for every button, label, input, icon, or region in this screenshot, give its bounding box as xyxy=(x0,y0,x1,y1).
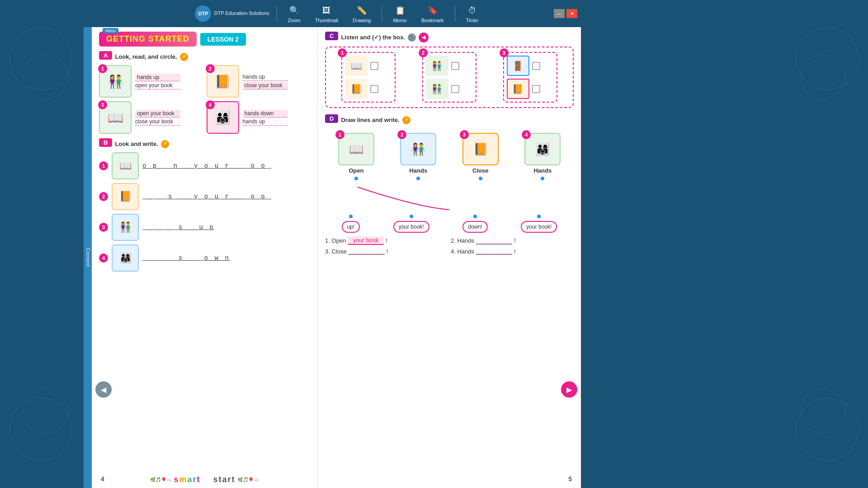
divider-1 xyxy=(277,5,277,22)
ex-a-item-3: 3 📖 open your book close your book xyxy=(99,101,203,134)
d-word-item-4: your book! xyxy=(521,214,557,233)
lesson-badge: LESSON 2 xyxy=(200,33,246,46)
section-a: A Look, read, and circle. 🔑 1 👫 hands up xyxy=(99,51,310,134)
ex-a-line-4-2: hands up xyxy=(243,118,288,126)
drawing-button[interactable]: ✏️ Drawing xyxy=(349,2,374,25)
key-icon-a[interactable]: 🔑 xyxy=(180,53,188,61)
listen-row-1-1: 📖 xyxy=(345,56,392,76)
listen-row-3-2: 📙 xyxy=(507,79,554,99)
ex-a-line-1-2: open your book xyxy=(135,82,180,89)
d-images-row: 1 📖 Open 2 👫 Hands 3 xyxy=(325,133,574,181)
divider-3 xyxy=(455,5,455,22)
nav-prev-button[interactable]: ◀ xyxy=(95,381,112,398)
d-word-pill-1[interactable]: up! xyxy=(342,221,360,233)
listen-group-3: 3 🚪 📙 xyxy=(503,52,557,103)
ex-a-line-2-1: hands up xyxy=(243,74,288,81)
page-header: Menu GETTING STARTED LESSON 2 xyxy=(99,32,310,47)
listen-img-1-2: 📙 xyxy=(345,79,368,99)
memo-button[interactable]: 📋 Memo xyxy=(389,2,410,25)
ex-a-line-1-1: hands up xyxy=(135,74,180,81)
ex-b-item-3: 3 👫 _ _ _ _s u p xyxy=(99,214,310,241)
connecting-lines xyxy=(330,185,569,212)
d-word-dot-2 xyxy=(410,215,413,218)
checkbox-1-2[interactable] xyxy=(370,85,378,93)
section-c-title: Listen and (✓) the box. xyxy=(341,34,405,41)
ex-b-word-3: _ _ _ _s u p xyxy=(142,224,215,231)
audio-icon-c[interactable]: 🔊 xyxy=(408,33,416,42)
section-d-title: Draw lines and write. xyxy=(341,117,399,123)
minimize-button[interactable]: — xyxy=(554,9,565,18)
checkbox-3-2[interactable] xyxy=(532,85,540,93)
d-word-item-1: up! xyxy=(342,214,360,233)
key-icon-d[interactable]: 🔑 xyxy=(402,116,410,124)
checkbox-3-1[interactable] xyxy=(532,62,540,70)
nav-next-button[interactable]: ▶ xyxy=(561,381,577,398)
ex-a-text-4: hands down hands up xyxy=(243,110,288,126)
d-word-item-3: down! xyxy=(462,214,488,233)
section-b-label: B xyxy=(99,138,112,147)
ex-a-img-1: 1 👫 xyxy=(99,65,132,98)
d-dot-1 xyxy=(354,177,358,180)
left-page: Menu GETTING STARTED LESSON 2 A Look, re… xyxy=(92,27,318,488)
d-img-1: 📖 xyxy=(338,133,374,165)
zoom-button[interactable]: 🔍 Zoom xyxy=(284,2,304,25)
ex-b-word-2: _ _ _s_ y o u r _o o_ xyxy=(142,193,271,200)
content-area: Content Menu GETTING STARTED LESSON 2 A … xyxy=(84,27,581,488)
d-label-4: Hands xyxy=(533,167,552,174)
listen-row-3-1: 🚪 xyxy=(507,56,554,76)
d-fill-3: ___________ xyxy=(349,248,385,255)
footer-bar: 🌿🎵🎈☁️ smart start 🌿🎵🎈☁️ xyxy=(105,475,304,484)
d-sentence-4: 4. Hands ___________ ! xyxy=(451,248,574,255)
d-word-dot-4 xyxy=(537,215,541,218)
menu-badge[interactable]: Menu xyxy=(103,28,118,33)
page-num-left: 4 xyxy=(101,475,104,483)
ex-b-word-4: _ _ _ _s _o w n xyxy=(142,254,230,262)
d-label-2: Hands xyxy=(409,167,427,174)
listen-group-1: 1 📖 📙 xyxy=(341,52,396,103)
section-d-label: D xyxy=(325,114,338,123)
content-sidebar-tab[interactable]: Content xyxy=(84,27,92,488)
d-word-pill-2[interactable]: your book! xyxy=(393,221,429,233)
ex-b-item-4: 4 👨‍👩‍👧 _ _ _ _s _o w n xyxy=(99,244,310,272)
logo-title: DTP Education Solutions xyxy=(214,10,269,16)
checkbox-2-1[interactable] xyxy=(451,62,459,70)
d-dot-3 xyxy=(479,177,482,180)
page-num-right: 5 xyxy=(568,475,572,483)
checkbox-1-1[interactable] xyxy=(370,62,378,70)
section-c-label: C xyxy=(325,32,338,40)
ex-a-img-4: 4 👨‍👩‍👧 xyxy=(207,101,239,134)
ex-b-num-1: 1 xyxy=(99,161,108,170)
timer-button[interactable]: ⏱ Timer xyxy=(462,2,482,25)
d-word-pill-3[interactable]: down! xyxy=(462,221,488,233)
exercise-b-list: 1 📖 o p _ n y o u r _o o_ 2 📙 _ _ _s_ y … xyxy=(99,152,310,272)
d-sentence-3: 3. Close ___________ ! xyxy=(325,248,448,255)
listen-img-3-1: 🚪 xyxy=(507,56,529,76)
logo-icon: DTP xyxy=(195,5,211,22)
section-d-content: 1 📖 Open 2 👫 Hands 3 xyxy=(325,129,574,258)
ex-a-line-3-2: close your book xyxy=(135,118,180,126)
ex-a-text-1: hands up open your book xyxy=(135,74,180,89)
ex-b-img-1: 📖 xyxy=(112,152,139,179)
d-img-2: 👫 xyxy=(400,133,436,165)
d-label-3: Close xyxy=(472,167,488,174)
ex-a-text-3: open your book close your book xyxy=(135,110,180,126)
ex-a-line-2-2: close your book xyxy=(243,82,288,89)
d-word-dot-3 xyxy=(473,215,477,218)
listen-grid: 1 📖 📙 2 xyxy=(330,52,568,103)
ex-b-img-2: 📙 xyxy=(112,183,139,210)
thumbnail-button[interactable]: 🖼 Thumbnail xyxy=(311,2,342,25)
back-arrow-c[interactable]: ◀ xyxy=(419,33,429,42)
d-sentences: 1. Open your book ! 2. Hands ___________… xyxy=(325,236,574,255)
close-button[interactable]: ✕ xyxy=(566,9,577,18)
checkbox-2-2[interactable] xyxy=(451,85,459,93)
section-a-title: Look, read, and circle. xyxy=(115,53,177,60)
ex-b-img-4: 👨‍👩‍👧 xyxy=(112,244,139,272)
bookmark-button[interactable]: 🔖 Bookmark xyxy=(418,2,448,25)
section-b-title: Look and write. xyxy=(115,141,158,147)
d-sentence-1: 1. Open your book ! xyxy=(325,236,448,245)
listen-box: 1 📖 📙 2 xyxy=(325,47,574,108)
d-label-1: Open xyxy=(349,167,363,174)
exercise-a-grid: 1 👫 hands up open your book 2 📙 xyxy=(99,65,310,134)
key-icon-b[interactable]: 🔑 xyxy=(161,140,169,148)
d-word-pill-4[interactable]: your book! xyxy=(521,221,557,233)
